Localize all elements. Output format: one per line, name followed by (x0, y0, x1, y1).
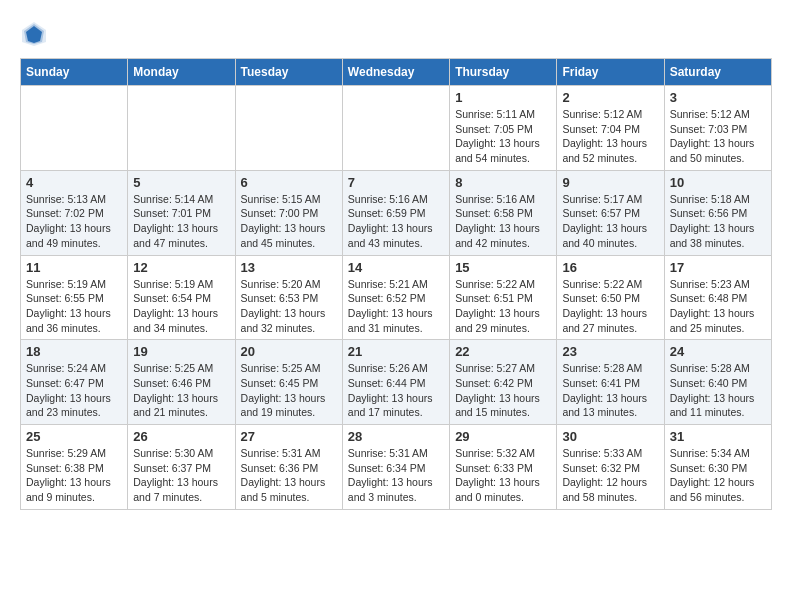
cell-content: Sunrise: 5:34 AMSunset: 6:30 PMDaylight:… (670, 446, 766, 505)
calendar-cell: 14Sunrise: 5:21 AMSunset: 6:52 PMDayligh… (342, 255, 449, 340)
logo-icon (20, 20, 48, 48)
cell-content: Sunrise: 5:25 AMSunset: 6:46 PMDaylight:… (133, 361, 229, 420)
day-number: 15 (455, 260, 551, 275)
cell-content: Sunrise: 5:20 AMSunset: 6:53 PMDaylight:… (241, 277, 337, 336)
cell-content: Sunrise: 5:30 AMSunset: 6:37 PMDaylight:… (133, 446, 229, 505)
calendar-cell: 26Sunrise: 5:30 AMSunset: 6:37 PMDayligh… (128, 425, 235, 510)
day-number: 30 (562, 429, 658, 444)
calendar-cell (342, 86, 449, 171)
calendar-table: SundayMondayTuesdayWednesdayThursdayFrid… (20, 58, 772, 510)
day-number: 18 (26, 344, 122, 359)
calendar-week-3: 11Sunrise: 5:19 AMSunset: 6:55 PMDayligh… (21, 255, 772, 340)
calendar-header-row: SundayMondayTuesdayWednesdayThursdayFrid… (21, 59, 772, 86)
calendar-cell: 24Sunrise: 5:28 AMSunset: 6:40 PMDayligh… (664, 340, 771, 425)
day-number: 1 (455, 90, 551, 105)
cell-content: Sunrise: 5:16 AMSunset: 6:59 PMDaylight:… (348, 192, 444, 251)
day-number: 10 (670, 175, 766, 190)
calendar-cell: 12Sunrise: 5:19 AMSunset: 6:54 PMDayligh… (128, 255, 235, 340)
calendar-cell: 6Sunrise: 5:15 AMSunset: 7:00 PMDaylight… (235, 170, 342, 255)
cell-content: Sunrise: 5:27 AMSunset: 6:42 PMDaylight:… (455, 361, 551, 420)
day-number: 21 (348, 344, 444, 359)
calendar-cell: 3Sunrise: 5:12 AMSunset: 7:03 PMDaylight… (664, 86, 771, 171)
day-number: 26 (133, 429, 229, 444)
cell-content: Sunrise: 5:19 AMSunset: 6:55 PMDaylight:… (26, 277, 122, 336)
cell-content: Sunrise: 5:19 AMSunset: 6:54 PMDaylight:… (133, 277, 229, 336)
cell-content: Sunrise: 5:15 AMSunset: 7:00 PMDaylight:… (241, 192, 337, 251)
calendar-cell: 13Sunrise: 5:20 AMSunset: 6:53 PMDayligh… (235, 255, 342, 340)
day-header-thursday: Thursday (450, 59, 557, 86)
cell-content: Sunrise: 5:24 AMSunset: 6:47 PMDaylight:… (26, 361, 122, 420)
cell-content: Sunrise: 5:26 AMSunset: 6:44 PMDaylight:… (348, 361, 444, 420)
calendar-cell: 7Sunrise: 5:16 AMSunset: 6:59 PMDaylight… (342, 170, 449, 255)
cell-content: Sunrise: 5:16 AMSunset: 6:58 PMDaylight:… (455, 192, 551, 251)
day-header-saturday: Saturday (664, 59, 771, 86)
day-number: 27 (241, 429, 337, 444)
calendar-cell: 27Sunrise: 5:31 AMSunset: 6:36 PMDayligh… (235, 425, 342, 510)
day-number: 29 (455, 429, 551, 444)
calendar-cell (128, 86, 235, 171)
calendar-cell (235, 86, 342, 171)
calendar-cell: 8Sunrise: 5:16 AMSunset: 6:58 PMDaylight… (450, 170, 557, 255)
day-number: 31 (670, 429, 766, 444)
calendar-cell: 22Sunrise: 5:27 AMSunset: 6:42 PMDayligh… (450, 340, 557, 425)
day-number: 24 (670, 344, 766, 359)
calendar-cell: 20Sunrise: 5:25 AMSunset: 6:45 PMDayligh… (235, 340, 342, 425)
day-number: 12 (133, 260, 229, 275)
cell-content: Sunrise: 5:14 AMSunset: 7:01 PMDaylight:… (133, 192, 229, 251)
day-number: 19 (133, 344, 229, 359)
cell-content: Sunrise: 5:12 AMSunset: 7:03 PMDaylight:… (670, 107, 766, 166)
day-number: 22 (455, 344, 551, 359)
cell-content: Sunrise: 5:29 AMSunset: 6:38 PMDaylight:… (26, 446, 122, 505)
day-number: 25 (26, 429, 122, 444)
day-number: 20 (241, 344, 337, 359)
calendar-cell: 28Sunrise: 5:31 AMSunset: 6:34 PMDayligh… (342, 425, 449, 510)
calendar-cell: 25Sunrise: 5:29 AMSunset: 6:38 PMDayligh… (21, 425, 128, 510)
day-number: 5 (133, 175, 229, 190)
calendar-cell: 1Sunrise: 5:11 AMSunset: 7:05 PMDaylight… (450, 86, 557, 171)
day-header-tuesday: Tuesday (235, 59, 342, 86)
calendar-cell (21, 86, 128, 171)
day-number: 7 (348, 175, 444, 190)
day-number: 9 (562, 175, 658, 190)
calendar-week-2: 4Sunrise: 5:13 AMSunset: 7:02 PMDaylight… (21, 170, 772, 255)
cell-content: Sunrise: 5:21 AMSunset: 6:52 PMDaylight:… (348, 277, 444, 336)
calendar-cell: 16Sunrise: 5:22 AMSunset: 6:50 PMDayligh… (557, 255, 664, 340)
calendar-week-1: 1Sunrise: 5:11 AMSunset: 7:05 PMDaylight… (21, 86, 772, 171)
day-number: 17 (670, 260, 766, 275)
day-header-sunday: Sunday (21, 59, 128, 86)
day-number: 11 (26, 260, 122, 275)
calendar-cell: 4Sunrise: 5:13 AMSunset: 7:02 PMDaylight… (21, 170, 128, 255)
cell-content: Sunrise: 5:31 AMSunset: 6:36 PMDaylight:… (241, 446, 337, 505)
cell-content: Sunrise: 5:11 AMSunset: 7:05 PMDaylight:… (455, 107, 551, 166)
cell-content: Sunrise: 5:32 AMSunset: 6:33 PMDaylight:… (455, 446, 551, 505)
cell-content: Sunrise: 5:28 AMSunset: 6:41 PMDaylight:… (562, 361, 658, 420)
calendar-cell: 11Sunrise: 5:19 AMSunset: 6:55 PMDayligh… (21, 255, 128, 340)
calendar-cell: 18Sunrise: 5:24 AMSunset: 6:47 PMDayligh… (21, 340, 128, 425)
day-header-friday: Friday (557, 59, 664, 86)
calendar-cell: 30Sunrise: 5:33 AMSunset: 6:32 PMDayligh… (557, 425, 664, 510)
calendar-cell: 10Sunrise: 5:18 AMSunset: 6:56 PMDayligh… (664, 170, 771, 255)
calendar-cell: 9Sunrise: 5:17 AMSunset: 6:57 PMDaylight… (557, 170, 664, 255)
cell-content: Sunrise: 5:33 AMSunset: 6:32 PMDaylight:… (562, 446, 658, 505)
cell-content: Sunrise: 5:31 AMSunset: 6:34 PMDaylight:… (348, 446, 444, 505)
day-number: 16 (562, 260, 658, 275)
day-number: 14 (348, 260, 444, 275)
page-header (20, 20, 772, 48)
cell-content: Sunrise: 5:22 AMSunset: 6:51 PMDaylight:… (455, 277, 551, 336)
calendar-week-4: 18Sunrise: 5:24 AMSunset: 6:47 PMDayligh… (21, 340, 772, 425)
calendar-cell: 2Sunrise: 5:12 AMSunset: 7:04 PMDaylight… (557, 86, 664, 171)
calendar-cell: 15Sunrise: 5:22 AMSunset: 6:51 PMDayligh… (450, 255, 557, 340)
calendar-cell: 5Sunrise: 5:14 AMSunset: 7:01 PMDaylight… (128, 170, 235, 255)
day-number: 28 (348, 429, 444, 444)
day-number: 4 (26, 175, 122, 190)
calendar-cell: 17Sunrise: 5:23 AMSunset: 6:48 PMDayligh… (664, 255, 771, 340)
calendar-week-5: 25Sunrise: 5:29 AMSunset: 6:38 PMDayligh… (21, 425, 772, 510)
calendar-cell: 21Sunrise: 5:26 AMSunset: 6:44 PMDayligh… (342, 340, 449, 425)
calendar-cell: 23Sunrise: 5:28 AMSunset: 6:41 PMDayligh… (557, 340, 664, 425)
day-header-monday: Monday (128, 59, 235, 86)
calendar-cell: 31Sunrise: 5:34 AMSunset: 6:30 PMDayligh… (664, 425, 771, 510)
cell-content: Sunrise: 5:25 AMSunset: 6:45 PMDaylight:… (241, 361, 337, 420)
calendar-cell: 29Sunrise: 5:32 AMSunset: 6:33 PMDayligh… (450, 425, 557, 510)
day-number: 2 (562, 90, 658, 105)
day-number: 6 (241, 175, 337, 190)
